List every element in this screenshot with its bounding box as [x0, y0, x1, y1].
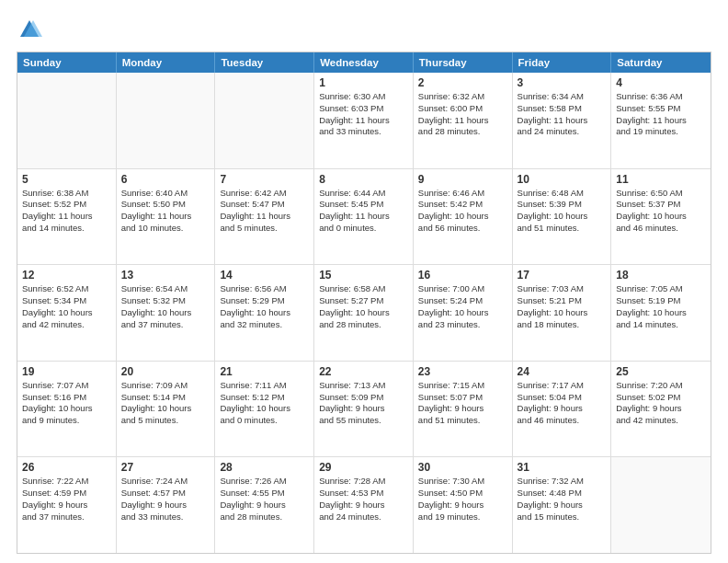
cell-line: and 46 minutes.	[616, 223, 706, 235]
cell-line: and 19 minutes.	[616, 126, 706, 138]
day-number: 30	[418, 461, 507, 474]
cell-line: Sunrise: 7:03 AM	[518, 283, 607, 295]
empty-cell-0-2	[215, 73, 314, 168]
cell-line: Sunset: 5:14 PM	[121, 392, 210, 404]
cell-line: Daylight: 10 hours	[121, 403, 210, 415]
cell-line: and 9 minutes.	[22, 415, 111, 427]
cell-line: Daylight: 9 hours	[220, 500, 309, 511]
cell-line: Daylight: 11 hours	[121, 211, 210, 223]
calendar: SundayMondayTuesdayWednesdayThursdayFrid…	[17, 52, 711, 554]
cell-line: Sunset: 5:04 PM	[518, 392, 607, 404]
cell-line: Sunset: 5:24 PM	[418, 295, 507, 307]
day-cell-6: 6Sunrise: 6:40 AMSunset: 5:50 PMDaylight…	[117, 169, 216, 265]
cell-line: Sunrise: 7:11 AM	[220, 380, 309, 392]
calendar-row-2: 5Sunrise: 6:38 AMSunset: 5:52 PMDaylight…	[17, 169, 711, 266]
cell-line: Sunset: 5:19 PM	[616, 295, 706, 307]
empty-cell-0-1	[117, 73, 216, 168]
day-cell-22: 22Sunrise: 7:13 AMSunset: 5:09 PMDayligh…	[314, 362, 414, 457]
cell-line: Sunrise: 6:46 AM	[418, 188, 507, 200]
day-cell-19: 19Sunrise: 7:07 AMSunset: 5:16 PMDayligh…	[17, 362, 117, 457]
day-number: 7	[220, 173, 309, 186]
day-number: 19	[22, 365, 111, 378]
day-cell-5: 5Sunrise: 6:38 AMSunset: 5:52 PMDaylight…	[17, 169, 117, 265]
cell-line: Daylight: 11 hours	[319, 211, 408, 223]
cell-line: Sunrise: 6:54 AM	[121, 283, 210, 295]
cell-line: and 28 minutes.	[418, 126, 507, 138]
day-number: 1	[319, 76, 408, 89]
cell-line: Sunset: 4:59 PM	[22, 488, 111, 500]
day-number: 27	[121, 461, 210, 474]
day-cell-7: 7Sunrise: 6:42 AMSunset: 5:47 PMDaylight…	[215, 169, 314, 265]
day-number: 10	[518, 173, 607, 186]
cell-line: Sunset: 4:55 PM	[220, 488, 309, 500]
day-number: 22	[319, 365, 408, 378]
cell-line: Daylight: 10 hours	[418, 211, 507, 223]
day-number: 8	[319, 173, 408, 186]
day-number: 18	[616, 269, 706, 282]
day-cell-3: 3Sunrise: 6:34 AMSunset: 5:58 PMDaylight…	[513, 73, 612, 168]
cell-line: Sunrise: 7:05 AM	[616, 283, 706, 295]
cell-line: Sunrise: 6:44 AM	[319, 188, 408, 200]
cell-line: Sunrise: 7:26 AM	[220, 476, 309, 488]
day-number: 5	[22, 173, 111, 186]
empty-cell-4-6	[611, 457, 711, 553]
cell-line: Sunset: 5:07 PM	[418, 392, 507, 404]
cell-line: Daylight: 9 hours	[319, 500, 408, 511]
cell-line: and 37 minutes.	[22, 511, 111, 523]
cell-line: Sunset: 5:29 PM	[220, 295, 309, 307]
day-number: 12	[22, 269, 111, 282]
day-number: 11	[616, 173, 706, 186]
cell-line: Sunset: 4:57 PM	[121, 488, 210, 500]
cell-line: Sunrise: 7:32 AM	[518, 476, 607, 488]
cell-line: Sunset: 5:02 PM	[616, 392, 706, 404]
header-day-saturday: Saturday	[611, 52, 711, 73]
cell-line: Daylight: 10 hours	[22, 307, 111, 319]
day-cell-18: 18Sunrise: 7:05 AMSunset: 5:19 PMDayligh…	[611, 265, 711, 361]
day-cell-8: 8Sunrise: 6:44 AMSunset: 5:45 PMDaylight…	[314, 169, 414, 265]
cell-line: Sunrise: 6:42 AM	[220, 188, 309, 200]
cell-line: Sunset: 5:21 PM	[518, 295, 607, 307]
cell-line: Daylight: 10 hours	[518, 211, 607, 223]
cell-line: and 18 minutes.	[518, 319, 607, 331]
cell-line: Daylight: 10 hours	[616, 307, 706, 319]
day-number: 13	[121, 269, 210, 282]
cell-line: and 42 minutes.	[616, 415, 706, 427]
day-cell-21: 21Sunrise: 7:11 AMSunset: 5:12 PMDayligh…	[215, 362, 314, 457]
cell-line: Sunrise: 7:22 AM	[22, 476, 111, 488]
cell-line: and 10 minutes.	[121, 223, 210, 235]
cell-line: Sunset: 5:52 PM	[22, 199, 111, 211]
cell-line: and 55 minutes.	[319, 415, 408, 427]
cell-line: and 5 minutes.	[220, 223, 309, 235]
cell-line: Sunrise: 7:15 AM	[418, 380, 507, 392]
cell-line: and 33 minutes.	[121, 511, 210, 523]
cell-line: Sunset: 5:12 PM	[220, 392, 309, 404]
cell-line: Sunset: 5:50 PM	[121, 199, 210, 211]
cell-line: and 19 minutes.	[418, 511, 507, 523]
day-number: 16	[418, 269, 507, 282]
calendar-row-1: 1Sunrise: 6:30 AMSunset: 6:03 PMDaylight…	[17, 73, 711, 169]
cell-line: Daylight: 10 hours	[220, 307, 309, 319]
cell-line: Daylight: 11 hours	[418, 115, 507, 127]
cell-line: Daylight: 11 hours	[616, 115, 706, 127]
cell-line: Sunrise: 7:24 AM	[121, 476, 210, 488]
day-cell-2: 2Sunrise: 6:32 AMSunset: 6:00 PMDaylight…	[414, 73, 513, 168]
cell-line: and 51 minutes.	[518, 223, 607, 235]
day-cell-10: 10Sunrise: 6:48 AMSunset: 5:39 PMDayligh…	[513, 169, 612, 265]
cell-line: Sunset: 5:32 PM	[121, 295, 210, 307]
day-number: 9	[418, 173, 507, 186]
day-number: 6	[121, 173, 210, 186]
day-cell-9: 9Sunrise: 6:46 AMSunset: 5:42 PMDaylight…	[414, 169, 513, 265]
cell-line: Sunset: 4:48 PM	[518, 488, 607, 500]
day-cell-20: 20Sunrise: 7:09 AMSunset: 5:14 PMDayligh…	[117, 362, 216, 457]
cell-line: and 23 minutes.	[418, 319, 507, 331]
cell-line: and 32 minutes.	[220, 319, 309, 331]
day-cell-24: 24Sunrise: 7:17 AMSunset: 5:04 PMDayligh…	[513, 362, 612, 457]
cell-line: Sunrise: 6:40 AM	[121, 188, 210, 200]
cell-line: and 51 minutes.	[418, 415, 507, 427]
day-cell-23: 23Sunrise: 7:15 AMSunset: 5:07 PMDayligh…	[414, 362, 513, 457]
header-day-sunday: Sunday	[17, 52, 117, 73]
cell-line: Sunset: 5:58 PM	[518, 103, 607, 115]
cell-line: Daylight: 9 hours	[418, 500, 507, 511]
cell-line: Sunset: 4:50 PM	[418, 488, 507, 500]
day-number: 23	[418, 365, 507, 378]
